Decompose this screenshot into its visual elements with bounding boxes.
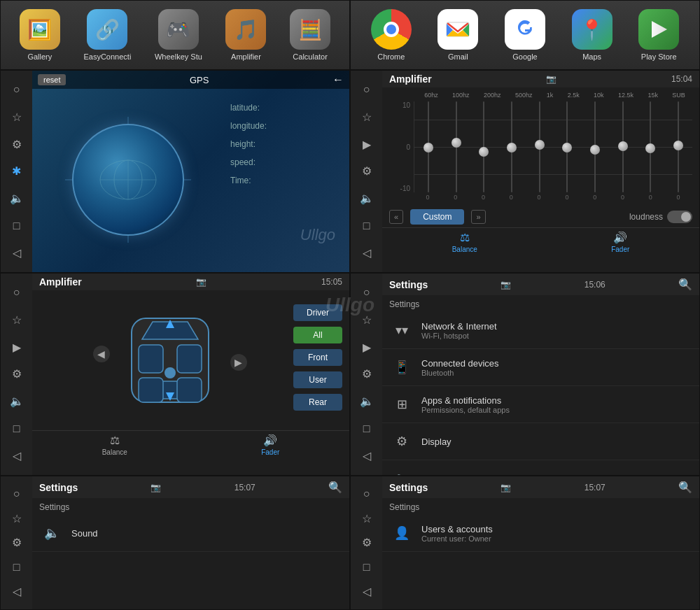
settings2-sidebar-back[interactable]: ◁ <box>5 580 29 604</box>
amp2-sidebar-back[interactable]: ◁ <box>5 444 29 467</box>
app-amplifier[interactable]: 🎵 Amplifier <box>225 9 266 61</box>
settings-sidebar-back[interactable]: ◁ <box>355 444 379 467</box>
settings3-search-icon[interactable]: 🔍 <box>678 481 692 494</box>
eq-slider-5[interactable] <box>560 101 574 192</box>
settings-network-item[interactable]: ▾▾ Network & Internet Wi-Fi, hotspot <box>382 312 699 349</box>
playstore-label: Play Store <box>641 52 677 61</box>
app-calculator[interactable]: 🧮 Calculator <box>290 9 330 61</box>
app-gmail[interactable]: Gmail <box>438 9 478 61</box>
amp-sidebar-volume[interactable]: 🔈 <box>355 187 379 211</box>
settings3-sidebar-gear[interactable]: ⚙ <box>355 531 379 555</box>
sidebar-circle[interactable]: ○ <box>5 78 29 101</box>
fader-right-arrow[interactable]: ▶ <box>230 354 247 371</box>
amp2-balance-button[interactable]: ⚖ Balance <box>102 434 127 456</box>
eq-knob-6[interactable] <box>590 145 600 155</box>
gps-panel: ○ ☆ ⚙ ✱ 🔈 □ ◁ reset GPS ← <box>0 70 350 273</box>
eq-knob-7[interactable] <box>618 141 628 151</box>
settings2-sidebar-star[interactable]: ☆ <box>5 506 29 530</box>
sidebar-settings[interactable]: ⚙ <box>5 132 29 156</box>
eq-next-button[interactable]: » <box>471 210 485 224</box>
gps-reset-button[interactable]: reset <box>38 74 66 85</box>
amp2-sidebar-settings[interactable]: ⚙ <box>5 362 29 386</box>
gps-back-icon[interactable]: ← <box>332 73 344 86</box>
settings-sidebar-square[interactable]: □ <box>355 417 379 441</box>
balance-button[interactable]: ⚖ Balance <box>452 231 477 253</box>
eq-slider-2[interactable] <box>477 101 491 192</box>
sidebar-star[interactable]: ☆ <box>5 105 29 129</box>
eq-knob-8[interactable] <box>645 143 655 153</box>
eq-slider-6[interactable] <box>588 101 602 192</box>
app-maps[interactable]: 📍 Maps <box>572 9 612 61</box>
settings-sound-item[interactable]: 🔈 Sound <box>382 460 699 476</box>
settings3-sidebar-square[interactable]: □ <box>355 555 379 579</box>
amp2-sidebar-play[interactable]: ▶ <box>5 335 29 359</box>
sidebar-bt[interactable]: ✱ <box>5 159 29 183</box>
sidebar-square[interactable]: □ <box>5 214 29 238</box>
sidebar-volume[interactable]: 🔈 <box>5 187 29 211</box>
settings-sidebar-star[interactable]: ☆ <box>355 308 379 332</box>
app-google[interactable]: Google <box>505 9 545 61</box>
eq-knob-4[interactable] <box>535 140 545 150</box>
settings-sidebar-volume[interactable]: 🔈 <box>355 390 379 413</box>
settings-sidebar-circle[interactable]: ○ <box>355 281 379 304</box>
settings-display-item[interactable]: ⚙ Display <box>382 423 699 460</box>
eq-slider-3[interactable] <box>505 101 519 192</box>
all-button[interactable]: All <box>293 327 342 343</box>
amp-sidebar-back[interactable]: ◁ <box>355 241 379 264</box>
app-wheelkey[interactable]: 🎮 Wheelkey Stu <box>155 9 202 61</box>
settings-sidebar-settings[interactable]: ⚙ <box>355 362 379 386</box>
eq-knob-3[interactable] <box>507 143 517 152</box>
settings-search-icon[interactable]: 🔍 <box>678 278 692 291</box>
eq-knob-5[interactable] <box>562 143 572 152</box>
amp2-sidebar-square[interactable]: □ <box>5 417 29 441</box>
settings2-sound-item[interactable]: 🔈 Sound <box>32 515 349 552</box>
amp-sidebar-play[interactable]: ▶ <box>355 132 379 156</box>
settings-sidebar-play[interactable]: ▶ <box>355 335 379 359</box>
fader-left-arrow[interactable]: ◀ <box>93 346 110 362</box>
eq-slider-7[interactable] <box>616 101 630 192</box>
app-playstore[interactable]: Play Store <box>638 9 679 61</box>
app-gallery[interactable]: 🖼️ Gallery <box>20 9 60 61</box>
user-button[interactable]: User <box>293 371 342 388</box>
amp-sidebar-circle[interactable]: ○ <box>355 78 379 101</box>
amp2-fader-button[interactable]: 🔊 Fader <box>261 434 279 456</box>
amp2-fader-label: Fader <box>261 448 279 456</box>
eq-knob-9[interactable] <box>673 141 683 150</box>
eq-knob-0[interactable] <box>424 143 433 152</box>
settings2-sidebar-square[interactable]: □ <box>5 555 29 579</box>
eq-knob-2[interactable] <box>479 147 489 157</box>
amp2-sidebar-star[interactable]: ☆ <box>5 308 29 332</box>
settings3-sidebar-star[interactable]: ☆ <box>355 506 379 530</box>
settings3-users-item[interactable]: 👤 Users & accounts Current user: Owner <box>382 515 699 552</box>
front-button[interactable]: Front <box>293 349 342 366</box>
settings-connected-item[interactable]: 📱 Connected devices Bluetooth <box>382 349 699 386</box>
amp-sidebar-square[interactable]: □ <box>355 214 379 238</box>
settings2-sidebar-gear[interactable]: ⚙ <box>5 531 29 555</box>
eq-slider-8[interactable] <box>643 101 657 192</box>
settings-cam-icon: 📷 <box>500 280 511 290</box>
svg-point-10 <box>164 367 176 378</box>
rear-button[interactable]: Rear <box>293 394 342 411</box>
settings3-sidebar-circle[interactable]: ○ <box>355 482 379 506</box>
app-chrome[interactable]: Chrome <box>371 9 412 61</box>
amp2-sidebar-circle[interactable]: ○ <box>5 281 29 304</box>
settings2-sidebar-circle[interactable]: ○ <box>5 482 29 506</box>
eq-slider-1[interactable] <box>449 101 463 192</box>
settings2-search-icon[interactable]: 🔍 <box>328 481 342 494</box>
sidebar-back[interactable]: ◁ <box>5 241 29 264</box>
eq-slider-4[interactable] <box>533 101 547 192</box>
eq-prev-button[interactable]: « <box>389 210 403 224</box>
loudness-toggle[interactable] <box>667 211 692 223</box>
amp-sidebar-star[interactable]: ☆ <box>355 105 379 129</box>
eq-slider-9[interactable] <box>671 101 685 192</box>
driver-button[interactable]: Driver <box>293 304 342 321</box>
eq-knob-1[interactable] <box>451 138 461 148</box>
settings-apps-item[interactable]: ⊞ Apps & notifications Permissions, defa… <box>382 386 699 423</box>
amp-sidebar-settings2[interactable]: ⚙ <box>355 159 379 183</box>
eq-slider-0[interactable] <box>421 101 435 192</box>
amp2-sidebar-volume[interactable]: 🔈 <box>5 390 29 413</box>
fader-button[interactable]: 🔊 Fader <box>611 231 629 253</box>
eq-custom-button[interactable]: Custom <box>410 209 464 225</box>
settings3-sidebar-back[interactable]: ◁ <box>355 580 379 604</box>
app-easyconnect[interactable]: 🔗 EasyConnecti <box>83 9 131 61</box>
